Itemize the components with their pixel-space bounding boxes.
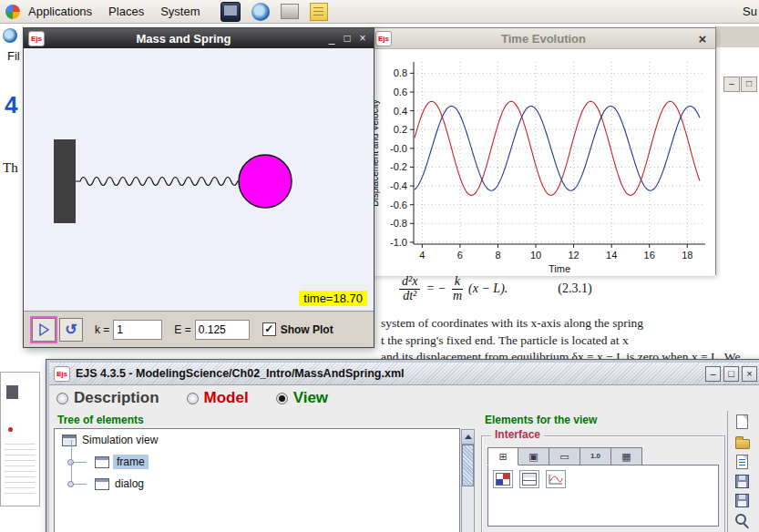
dialog-icon [95, 478, 109, 490]
file-toolbar [734, 414, 750, 528]
equation-lhs-fraction: d²x dt² [399, 275, 420, 302]
svg-text:8: 8 [495, 250, 500, 261]
close-icon[interactable]: × [695, 31, 710, 46]
bg-window-minimize-button[interactable]: – [723, 77, 740, 92]
tree-expand-handle[interactable] [67, 481, 74, 487]
workpanel-selector: Description Model View [49, 385, 759, 411]
svg-text:-0.6: -0.6 [390, 200, 407, 210]
show-plot-checkbox[interactable]: ✓ [262, 322, 276, 336]
mass-and-spring-window: Ejs Mass and Spring _ □ × time=18.70 ↺ k… [23, 27, 374, 348]
elements-panel-header: Elements for the view [481, 411, 725, 428]
radio-description[interactable]: Description [56, 389, 159, 407]
panel-element-button[interactable] [493, 470, 513, 488]
spring [76, 178, 240, 186]
open-folder-icon[interactable] [735, 439, 750, 449]
tab-buttons[interactable]: ▭ [549, 447, 580, 466]
menu-places[interactable]: Places [100, 5, 152, 18]
maximize-icon[interactable]: □ [723, 366, 739, 382]
window-title: Time Evolution [392, 32, 695, 46]
frame-icon [95, 456, 109, 468]
window-title: EJS 4.3.5 - ModelingScience/Ch02_Intro/M… [76, 367, 703, 380]
save-as-icon[interactable] [735, 494, 749, 507]
view-editor: Tree of elements Simulation view frame [49, 411, 759, 532]
mass-spring-titlebar[interactable]: Ejs Mass and Spring _ □ × [24, 28, 374, 48]
svg-text:0.2: 0.2 [394, 124, 407, 135]
search-icon[interactable] [734, 513, 750, 528]
elements-panel: Elements for the view Interface ⊞ ▣ ▭ 1.… [481, 411, 725, 532]
reset-button[interactable]: ↺ [59, 318, 83, 342]
tree-item-simulation-view[interactable]: Simulation view [55, 429, 459, 451]
grid-panel-icon [496, 473, 510, 486]
svg-text:-1.0: -1.0 [390, 237, 407, 248]
mass-ball[interactable] [239, 155, 292, 208]
panel-divider [727, 411, 728, 532]
thumbnail-text-lines [5, 444, 36, 496]
library-icon[interactable] [736, 455, 748, 469]
document-line: t the spring's fixed end. The particle i… [381, 332, 749, 350]
interface-groupbox: Interface ⊞ ▣ ▭ 1.0 ▦ [481, 435, 725, 532]
tab-fields[interactable]: 1.0 [580, 447, 611, 466]
time-evolution-window: Ejs Time Evolution × 46810121416180.80.6… [369, 27, 716, 275]
play-button[interactable] [32, 318, 56, 342]
minimize-icon[interactable]: – [705, 366, 721, 382]
panel-clock[interactable]: Su [743, 5, 759, 18]
tab-containers[interactable]: ⊞ [487, 447, 518, 466]
notes-launcher-icon[interactable] [310, 3, 328, 21]
displays-tab-icon: ▦ [621, 452, 631, 462]
time-evolution-chart: 46810121416180.80.60.40.2-0.0-0.2-0.4-0.… [370, 49, 715, 276]
desktop: Applications Places System Su Fil 4 Th –… [0, 0, 759, 532]
firefox-window-icon [3, 28, 17, 43]
simulation-canvas: time=18.70 [24, 48, 374, 312]
reset-icon: ↺ [65, 322, 77, 337]
package-launcher-icon[interactable] [281, 4, 299, 19]
bg-window-restore-button[interactable]: □ [741, 77, 757, 92]
menu-system[interactable]: System [152, 5, 208, 18]
new-file-icon[interactable] [736, 414, 748, 429]
distro-menu-icon[interactable] [5, 5, 20, 19]
play-icon [36, 322, 51, 337]
minimize-icon[interactable]: _ [325, 32, 338, 45]
element-tree: Simulation view frame dialog [54, 428, 460, 532]
split-panel-icon [522, 473, 537, 486]
drawing-panel-element-button[interactable] [546, 470, 566, 488]
svg-text:4: 4 [419, 250, 425, 261]
split-panel-element-button[interactable] [519, 470, 539, 488]
maximize-icon[interactable]: □ [341, 32, 354, 45]
page-thumbnail[interactable] [0, 372, 40, 506]
simulation-toolbar: ↺ k = E = ✓ Show Plot [24, 311, 374, 347]
radio-icon [276, 393, 288, 404]
plot-panel-icon [549, 474, 563, 485]
desktop-panel: Applications Places System Su [0, 0, 759, 24]
close-icon[interactable]: × [742, 366, 757, 382]
scroll-up-icon[interactable] [462, 430, 474, 445]
ejs-titlebar[interactable]: Ejs EJS 4.3.5 - ModelingScience/Ch02_Int… [49, 363, 759, 385]
show-plot-label: Show Plot [281, 323, 333, 336]
tab-windows[interactable]: ▣ [518, 447, 549, 466]
e-input[interactable] [195, 320, 250, 340]
close-icon[interactable]: × [356, 32, 369, 45]
svg-text:0.8: 0.8 [394, 67, 407, 78]
radio-view[interactable]: View [276, 389, 328, 407]
k-input[interactable] [113, 320, 162, 340]
background-numeral: 4 [5, 91, 17, 119]
time-evolution-titlebar[interactable]: Ejs Time Evolution × [370, 28, 715, 49]
terminal-launcher-icon[interactable] [221, 2, 241, 22]
tree-of-elements-panel: Tree of elements Simulation view frame [54, 411, 460, 532]
thumbnail-figure [6, 385, 18, 399]
tree-item-dialog[interactable]: dialog [55, 473, 459, 495]
background-titlebar-fragment [715, 26, 759, 47]
tree-scrollbar[interactable] [461, 429, 475, 532]
menu-applications[interactable]: Applications [20, 5, 100, 18]
tab-displays[interactable]: ▦ [611, 447, 642, 466]
scrollbar-thumb[interactable] [462, 445, 474, 486]
svg-text:14: 14 [606, 250, 617, 261]
ejs-app-icon: Ejs [375, 31, 392, 46]
thumbnail-bullet [8, 427, 13, 432]
firefox-launcher-icon[interactable] [251, 3, 270, 21]
save-icon[interactable] [735, 475, 749, 488]
tree-item-frame[interactable]: frame [55, 451, 459, 473]
svg-text:-0.2: -0.2 [390, 161, 407, 172]
svg-text:-0.8: -0.8 [390, 218, 407, 229]
radio-model[interactable]: Model [187, 389, 249, 407]
background-file-menu[interactable]: Fil [7, 49, 20, 63]
